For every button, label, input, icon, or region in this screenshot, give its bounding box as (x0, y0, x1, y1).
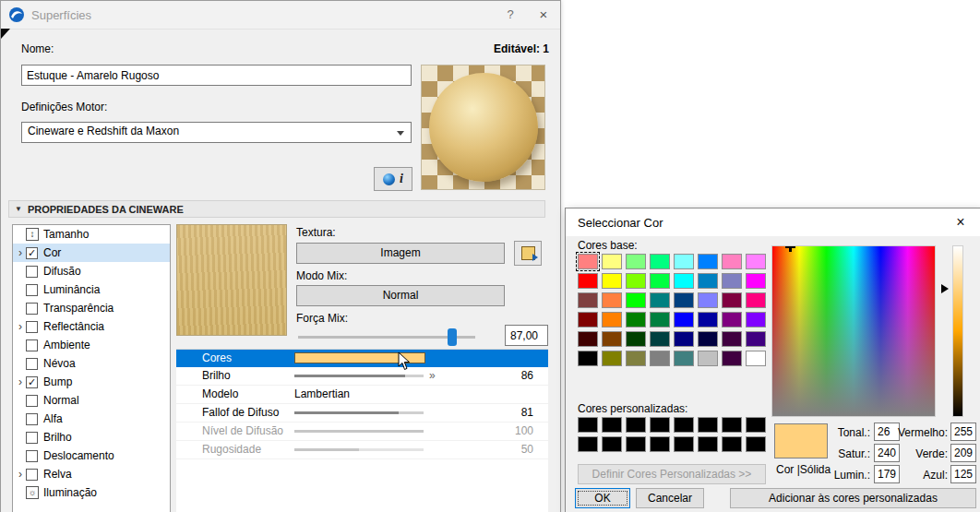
channel-item[interactable]: Luminância (13, 280, 170, 299)
custom-color-swatch[interactable] (674, 436, 694, 452)
basic-color-swatch[interactable] (626, 254, 646, 269)
basic-color-swatch[interactable] (650, 331, 670, 347)
ok-button[interactable]: OK (575, 488, 630, 508)
basic-color-swatch[interactable] (626, 331, 646, 347)
custom-color-swatch[interactable] (746, 417, 766, 433)
basic-color-swatch[interactable] (578, 312, 598, 327)
channel-checkbox[interactable]: ✓ (26, 247, 38, 259)
basic-color-swatch[interactable] (578, 254, 598, 269)
expand-chevron-icon[interactable]: › (15, 465, 26, 483)
expand-chevron-icon[interactable]: › (15, 317, 26, 336)
basic-color-swatch[interactable] (650, 292, 670, 308)
basic-color-swatch[interactable] (578, 331, 598, 347)
mini-slider[interactable] (294, 448, 424, 451)
basic-color-swatch[interactable] (626, 292, 646, 308)
channel-item[interactable]: Normal (13, 391, 170, 410)
channel-item[interactable]: Névoa (13, 354, 170, 373)
channel-item[interactable]: ›✓Bump (13, 373, 170, 391)
custom-color-swatch[interactable] (578, 436, 598, 452)
channel-checkbox[interactable] (26, 358, 38, 370)
basic-color-swatch[interactable] (698, 273, 718, 289)
basic-color-swatch[interactable] (650, 312, 670, 327)
surfaces-titlebar[interactable]: Superfícies ? × (1, 1, 560, 30)
basic-color-swatch[interactable] (602, 254, 622, 269)
basic-color-swatch[interactable] (698, 312, 718, 327)
cineware-info-button[interactable]: i (374, 167, 412, 191)
property-row[interactable]: Brilho»86 (176, 367, 548, 386)
channel-checkbox[interactable] (26, 303, 38, 315)
basic-color-swatch[interactable] (674, 331, 694, 347)
color-picker-titlebar[interactable]: Seleccionar Cor × (566, 208, 980, 236)
channel-checkbox[interactable] (26, 339, 38, 351)
channel-item[interactable]: Brilho (13, 428, 170, 447)
channel-item[interactable]: ☼Iluminação (13, 483, 170, 502)
basic-color-swatch[interactable] (650, 273, 670, 289)
custom-color-swatch[interactable] (626, 417, 646, 433)
channel-item[interactable]: Difusão (13, 262, 170, 280)
basic-color-swatch[interactable] (578, 351, 598, 366)
channel-item[interactable]: ›✓Cor (13, 244, 170, 262)
channel-item[interactable]: Transparência (13, 299, 170, 317)
color-dialog-close-button[interactable]: × (941, 208, 980, 236)
custom-color-swatch[interactable] (698, 417, 718, 433)
basic-color-swatch[interactable] (722, 312, 742, 327)
basic-color-swatch[interactable] (746, 312, 766, 327)
expand-chevron-icon[interactable]: › (15, 244, 26, 262)
basic-color-swatch[interactable] (674, 351, 694, 366)
basic-color-swatch[interactable] (698, 254, 718, 269)
basic-color-swatch[interactable] (626, 312, 646, 327)
texture-preview[interactable] (176, 224, 287, 336)
mix-strength-input[interactable] (505, 325, 548, 346)
red-input[interactable] (950, 423, 976, 441)
custom-color-swatch[interactable] (722, 417, 742, 433)
property-row[interactable]: Fallof de Difuso81 (176, 404, 548, 423)
texture-image-button[interactable]: Imagem (296, 243, 505, 264)
basic-color-swatch[interactable] (602, 351, 622, 366)
basic-color-swatch[interactable] (578, 292, 598, 308)
basic-color-swatch[interactable] (626, 273, 646, 289)
channel-checkbox[interactable] (26, 413, 38, 425)
channel-checkbox[interactable]: ✓ (26, 376, 38, 388)
basic-color-swatch[interactable] (746, 351, 766, 366)
hue-sat-field[interactable] (771, 245, 936, 417)
property-row[interactable]: ModeloLambertian (176, 386, 548, 404)
basic-color-swatch[interactable] (698, 331, 718, 347)
cineware-section-header[interactable]: ▼ PROPRIEDADES DA CINEWARE (8, 200, 545, 218)
custom-color-swatch[interactable] (602, 436, 622, 452)
channel-checkbox[interactable] (26, 321, 38, 333)
basic-color-swatch[interactable] (746, 292, 766, 308)
custom-color-swatch[interactable] (698, 436, 718, 452)
basic-color-swatch[interactable] (650, 351, 670, 366)
mix-mode-button[interactable]: Normal (296, 285, 505, 306)
channel-item[interactable]: ›Relva (13, 465, 170, 483)
basic-color-swatch[interactable] (698, 292, 718, 308)
add-to-custom-colors-button[interactable]: Adicionar às cores personalizadas (730, 488, 976, 508)
basic-color-swatch[interactable] (578, 273, 598, 289)
channel-item[interactable]: ›Reflectância (13, 317, 170, 336)
basic-color-swatch[interactable] (674, 312, 694, 327)
custom-color-swatch[interactable] (746, 436, 766, 452)
basic-color-swatch[interactable] (722, 273, 742, 289)
custom-color-swatch[interactable] (650, 417, 670, 433)
custom-color-swatch[interactable] (626, 436, 646, 452)
channel-checkbox[interactable] (26, 450, 38, 462)
luminance-arrow-icon[interactable] (941, 284, 949, 293)
blue-input[interactable] (950, 465, 976, 483)
mini-slider[interactable] (294, 430, 424, 433)
basic-color-swatch[interactable] (602, 312, 622, 327)
custom-color-swatch[interactable] (602, 417, 622, 433)
channel-item[interactable]: Ambiente (13, 336, 170, 354)
basic-color-swatch[interactable] (674, 254, 694, 269)
property-row[interactable]: Cores (176, 350, 548, 367)
basic-color-swatch[interactable] (722, 351, 742, 366)
basic-color-swatch[interactable] (602, 292, 622, 308)
channel-item[interactable]: Deslocamento (13, 447, 170, 465)
basic-color-swatch[interactable] (674, 273, 694, 289)
mix-strength-slider[interactable] (298, 336, 475, 339)
mini-slider[interactable] (294, 375, 424, 377)
basic-color-swatch[interactable] (722, 292, 742, 308)
custom-color-swatch[interactable] (578, 417, 598, 433)
channel-checkbox[interactable] (26, 432, 38, 444)
channel-checkbox[interactable] (26, 284, 38, 296)
custom-color-swatch[interactable] (722, 436, 742, 452)
